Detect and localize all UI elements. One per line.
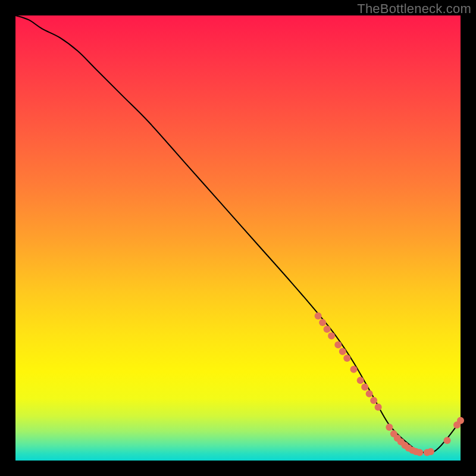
data-marker <box>444 437 451 444</box>
data-marker <box>339 348 346 355</box>
data-marker <box>427 448 434 455</box>
data-marker <box>361 384 368 391</box>
data-marker <box>386 424 393 431</box>
bottleneck-curve <box>15 15 461 453</box>
data-marker <box>324 325 331 333</box>
data-marker <box>357 377 364 384</box>
data-marker <box>370 397 377 404</box>
data-marker <box>366 390 373 397</box>
data-marker <box>343 355 350 362</box>
data-marker <box>375 403 382 411</box>
data-marker <box>350 366 357 373</box>
data-marker <box>315 312 322 320</box>
curve-layer <box>0 0 476 476</box>
watermark-text: TheBottleneck.com <box>357 1 471 17</box>
data-marker <box>416 449 423 456</box>
data-marker <box>457 417 464 424</box>
data-marker <box>328 333 335 340</box>
data-marker <box>334 342 342 349</box>
chart-frame: TheBottleneck.com <box>0 0 476 476</box>
data-marker <box>319 319 326 326</box>
